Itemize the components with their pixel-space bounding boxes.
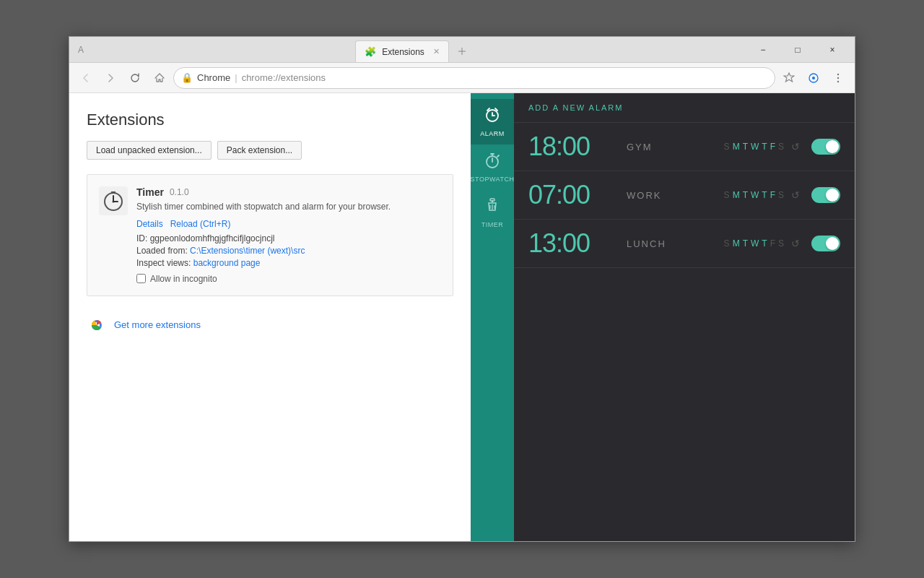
address-separator: | xyxy=(235,72,237,83)
popup-main: ADD A NEW ALARM 18:00GYMSMTWTFS↺07:00WOR… xyxy=(514,93,855,541)
day-label: W xyxy=(751,238,759,249)
toggle-container xyxy=(811,139,840,155)
sidebar-item-stopwatch[interactable]: Stopwatch xyxy=(471,144,514,190)
days-row: SMTWTFS↺ xyxy=(724,189,800,201)
tab-label: Extensions xyxy=(382,47,424,57)
day-label: S xyxy=(724,142,730,152)
day-label: T xyxy=(762,238,767,249)
alarm-name: LUNCH xyxy=(627,238,684,249)
main-content: Extensions Load unpacked extension... Pa… xyxy=(69,93,855,541)
window-controls: − □ × xyxy=(746,39,849,61)
popup-header: ADD A NEW ALARM xyxy=(514,93,855,123)
alarm-toggle[interactable] xyxy=(811,139,840,155)
extension-links: Details Reload (Ctrl+R) xyxy=(136,219,441,229)
repeat-icon[interactable]: ↺ xyxy=(791,141,800,152)
details-link[interactable]: Details xyxy=(136,219,163,229)
titlebar: A 🧩 Extensions ✕ − □ × xyxy=(69,37,855,63)
incognito-checkbox[interactable] xyxy=(136,274,146,283)
svg-line-25 xyxy=(497,155,499,157)
day-label: S xyxy=(778,238,784,249)
alarm-toggle[interactable] xyxy=(811,236,840,251)
extension-card-timer: Timer 0.1.0 Stylish timer combined with … xyxy=(87,174,453,296)
repeat-icon[interactable]: ↺ xyxy=(791,189,800,201)
alarm-time: 18:00 xyxy=(528,131,615,162)
sidebar-item-timer[interactable]: Timer xyxy=(471,190,514,236)
popup-header-title: ADD A NEW ALARM xyxy=(528,103,840,112)
timer-label: Timer xyxy=(481,221,504,228)
browser-window: A 🧩 Extensions ✕ − □ × xyxy=(69,36,855,542)
toggle-knob xyxy=(826,237,839,250)
day-label: F xyxy=(770,238,775,249)
home-button[interactable] xyxy=(149,67,170,89)
alarm-icon xyxy=(484,106,501,127)
alarm-row[interactable]: 18:00GYMSMTWTFS↺ xyxy=(514,123,855,171)
background-page-link[interactable]: background page xyxy=(193,258,261,268)
toggle-knob xyxy=(826,140,839,153)
alarm-row[interactable]: 13:00LUNCHSMTWTFS↺ xyxy=(514,220,855,268)
day-label: F xyxy=(770,142,775,152)
stopwatch-icon xyxy=(484,152,501,173)
extension-name: Timer xyxy=(136,186,164,198)
secure-icon: 🔒 xyxy=(181,72,193,83)
close-button[interactable]: × xyxy=(816,39,849,61)
titlebar-tabs: 🧩 Extensions ✕ xyxy=(355,37,475,62)
new-tab-button[interactable] xyxy=(449,40,475,62)
extension-id: ID: ggpeonlodomhfhgjgfhcifjlgocjncjl xyxy=(136,233,441,243)
load-unpacked-button[interactable]: Load unpacked extension... xyxy=(87,141,212,160)
address-domain: Chrome xyxy=(197,72,230,83)
chrome-logo-icon xyxy=(87,315,107,335)
extension-icon xyxy=(99,186,128,215)
alarm-row[interactable]: 07:00WORKSMTWTFS↺ xyxy=(514,171,855,220)
alarm-name: GYM xyxy=(627,142,684,152)
day-label: M xyxy=(733,238,740,249)
toggle-container xyxy=(811,187,840,203)
tab-close-button[interactable]: ✕ xyxy=(433,47,440,56)
extension-header: Timer 0.1.0 Stylish timer combined with … xyxy=(99,186,441,284)
page-title: Extensions xyxy=(87,111,453,129)
svg-point-6 xyxy=(837,80,839,82)
timer-popup: Alarm Stopwatch xyxy=(471,93,855,541)
extension-version: 0.1.0 xyxy=(170,187,189,197)
pack-extension-button[interactable]: Pack extension... xyxy=(217,141,302,160)
extension-info: Timer 0.1.0 Stylish timer combined with … xyxy=(136,186,441,284)
day-label: W xyxy=(751,142,759,152)
extension-description: Stylish timer combined with stopwatch an… xyxy=(136,201,441,213)
day-label: S xyxy=(724,238,730,249)
days-row: SMTWTFS↺ xyxy=(724,141,800,152)
day-label: T xyxy=(743,238,748,249)
day-label: S xyxy=(778,142,784,152)
maximize-button[interactable]: □ xyxy=(781,39,814,61)
day-label: F xyxy=(770,190,775,200)
svg-rect-27 xyxy=(492,200,493,202)
repeat-icon[interactable]: ↺ xyxy=(791,238,800,249)
address-bar[interactable]: 🔒 Chrome | chrome://extensions xyxy=(173,67,775,89)
alarm-toggle[interactable] xyxy=(811,187,840,203)
reload-link[interactable]: Reload (Ctrl+R) xyxy=(170,219,231,229)
get-more-extensions-link[interactable]: Get more extensions xyxy=(114,319,201,330)
alarm-name: WORK xyxy=(627,190,684,201)
minimize-button[interactable]: − xyxy=(746,39,780,61)
menu-button[interactable] xyxy=(827,67,849,89)
back-button[interactable] xyxy=(75,67,97,89)
reload-button[interactable] xyxy=(124,67,146,89)
alarm-label: Alarm xyxy=(480,130,505,137)
bookmark-star-button[interactable] xyxy=(778,67,800,89)
day-label: T xyxy=(762,142,767,152)
svg-rect-1 xyxy=(461,48,462,55)
loaded-from-path[interactable]: C:\Extensions\timer (wext)\src xyxy=(190,246,305,256)
day-label: S xyxy=(724,190,730,200)
incognito-label: Allow in incognito xyxy=(150,274,217,284)
forward-button[interactable] xyxy=(100,67,121,89)
stopwatch-label: Stopwatch xyxy=(471,176,514,183)
svg-point-5 xyxy=(837,77,839,78)
alarm-time: 13:00 xyxy=(528,228,615,259)
day-label: W xyxy=(751,190,759,200)
extensions-toolbar-button[interactable] xyxy=(803,67,824,89)
popup-sidebar: Alarm Stopwatch xyxy=(471,93,514,541)
active-tab[interactable]: 🧩 Extensions ✕ xyxy=(355,40,449,62)
browser-toolbar: 🔒 Chrome | chrome://extensions xyxy=(69,63,855,93)
day-label: T xyxy=(762,190,767,200)
sidebar-item-alarm[interactable]: Alarm xyxy=(471,99,514,144)
timer-icon xyxy=(484,197,501,218)
alarm-time: 07:00 xyxy=(528,180,615,210)
